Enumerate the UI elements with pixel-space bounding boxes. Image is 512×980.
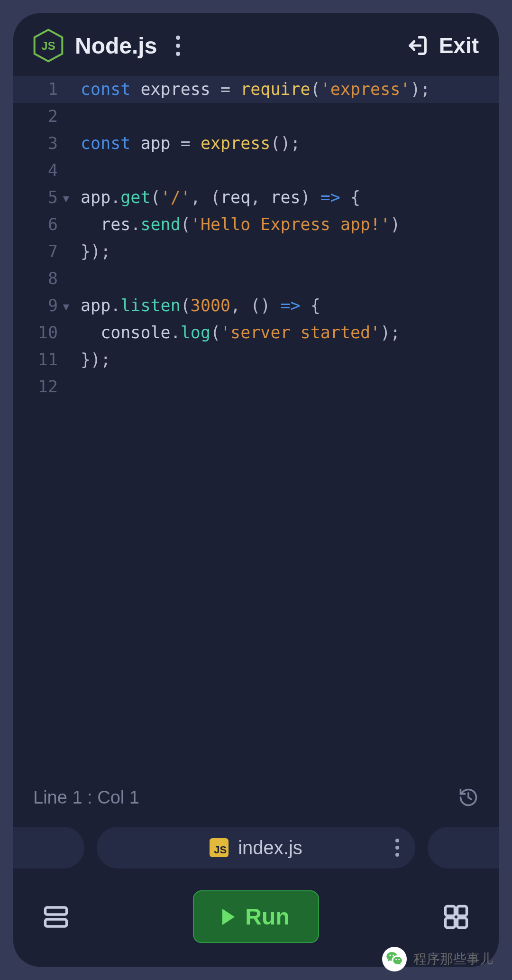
line-number: 10: [13, 319, 58, 346]
file-name: index.js: [238, 837, 302, 859]
code-line[interactable]: [81, 265, 499, 292]
code-editor[interactable]: 123456789101112 const express = require(…: [13, 73, 499, 777]
next-tab-stub[interactable]: [428, 827, 499, 869]
line-number: 5: [13, 184, 58, 211]
header: JS Node.js Exit: [13, 13, 499, 73]
line-number: 8: [13, 265, 58, 292]
tab-menu-button[interactable]: [395, 839, 399, 857]
play-icon: [222, 909, 235, 925]
line-number: 9: [13, 292, 58, 319]
code-line[interactable]: const express = require('express');: [13, 76, 499, 103]
file-tab-row: JS index.js: [13, 818, 499, 882]
wechat-icon: [382, 947, 407, 971]
code-line[interactable]: app.get('/', (req, res) => {: [81, 184, 499, 211]
line-number: 12: [13, 373, 58, 400]
svg-text:JS: JS: [41, 39, 55, 52]
code-line[interactable]: });: [81, 238, 499, 265]
cursor-position: Line 1 : Col 1: [33, 787, 139, 808]
svg-rect-3: [46, 907, 67, 915]
watermark: 程序那些事儿: [382, 947, 493, 971]
svg-rect-8: [457, 918, 467, 927]
line-number: 2: [13, 103, 58, 130]
panels-icon[interactable]: [42, 903, 70, 931]
svg-rect-4: [46, 919, 67, 926]
line-number: 3: [13, 130, 58, 157]
code-line[interactable]: [81, 373, 499, 400]
svg-rect-6: [457, 906, 467, 915]
app-title: Node.js: [75, 33, 157, 59]
line-number: 6: [13, 211, 58, 238]
svg-rect-5: [446, 906, 455, 915]
line-gutter: 123456789101112: [13, 76, 64, 777]
app-screen: JS Node.js Exit 123456789101112 const ex…: [13, 13, 499, 967]
svg-rect-7: [446, 918, 455, 927]
code-line[interactable]: console.log('server started');: [81, 319, 499, 346]
code-line[interactable]: const app = express();: [81, 130, 499, 157]
code-line[interactable]: [81, 103, 499, 130]
status-bar: Line 1 : Col 1: [13, 777, 499, 818]
exit-icon: [405, 33, 430, 58]
line-number: 4: [13, 157, 58, 184]
code-line[interactable]: res.send('Hello Express app!'): [81, 211, 499, 238]
exit-button[interactable]: Exit: [405, 33, 479, 58]
file-tab[interactable]: JS index.js: [97, 827, 415, 869]
code-line[interactable]: [81, 157, 499, 184]
line-number: 1: [13, 76, 58, 103]
line-number: 7: [13, 238, 58, 265]
js-file-icon: JS: [210, 838, 229, 857]
run-button[interactable]: Run: [193, 890, 319, 943]
code-content[interactable]: const express = require('express');const…: [64, 76, 499, 777]
exit-label: Exit: [439, 33, 479, 58]
apps-grid-icon[interactable]: [442, 903, 470, 931]
device-frame: JS Node.js Exit 123456789101112 const ex…: [0, 0, 512, 980]
history-icon[interactable]: [458, 787, 479, 808]
more-menu-button[interactable]: [176, 36, 180, 56]
nodejs-logo-icon: JS: [33, 28, 64, 63]
run-label: Run: [245, 904, 289, 930]
line-number: 11: [13, 346, 58, 373]
watermark-text: 程序那些事儿: [413, 950, 493, 968]
code-line[interactable]: app.listen(3000, () => {: [81, 292, 499, 319]
code-line[interactable]: });: [81, 346, 499, 373]
prev-tab-stub[interactable]: [13, 827, 84, 869]
